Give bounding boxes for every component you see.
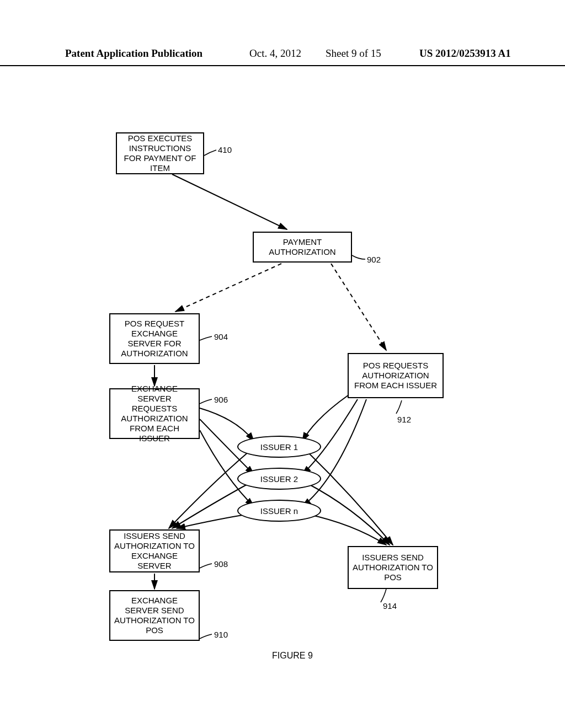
ref-906: 906 (214, 395, 228, 404)
svg-line-2 (331, 264, 386, 350)
node-pos-requests-each-issuer: POS REQUESTS AUTHORIZATION FROM EACH ISS… (348, 353, 444, 398)
ref-410: 410 (218, 145, 232, 154)
ref-912: 912 (397, 415, 411, 424)
svg-line-0 (172, 174, 287, 229)
node-issuers-to-pos: ISSUERS SEND AUTHORIZATION TO POS (348, 546, 438, 589)
node-issuers-to-exchange: ISSUERS SEND AUTHORIZATION TO EXCHANGE S… (109, 529, 200, 572)
ellipse-issuer-1: ISSUER 1 (237, 436, 321, 458)
node-pos-executes: POS EXECUTES INSTRUCTIONS FOR PAYMENT OF… (116, 132, 204, 174)
ellipse-issuer-n: ISSUER n (237, 500, 321, 522)
ref-904: 904 (214, 332, 228, 341)
page: Patent Application Publication Oct. 4, 2… (0, 0, 565, 728)
header-sheet: Sheet 9 of 15 (326, 47, 381, 60)
node-exchange-requests: EXCHANGE SERVER REQUESTS AUTHORIZATION F… (109, 388, 200, 439)
ref-908: 908 (214, 559, 228, 569)
ref-910: 910 (214, 630, 228, 639)
node-exchange-to-pos: EXCHANGE SERVER SEND AUTHORIZATION TO PO… (109, 590, 200, 641)
svg-line-1 (175, 264, 281, 312)
header-left: Patent Application Publication (65, 47, 202, 60)
header-date: Oct. 4, 2012 (249, 47, 301, 60)
page-header: Patent Application Publication Oct. 4, 2… (0, 47, 565, 66)
figure-caption: FIGURE 9 (237, 651, 348, 661)
node-payment-authorization: PAYMENT AUTHORIZATION (253, 232, 352, 263)
node-pos-request-exchange: POS REQUEST EXCHANGE SERVER FOR AUTHORIZ… (109, 313, 200, 364)
ref-902: 902 (367, 255, 381, 264)
connectors (0, 0, 565, 728)
ref-914: 914 (383, 601, 397, 611)
header-pubno: US 2012/0253913 A1 (419, 47, 511, 60)
ellipse-issuer-2: ISSUER 2 (237, 468, 321, 490)
